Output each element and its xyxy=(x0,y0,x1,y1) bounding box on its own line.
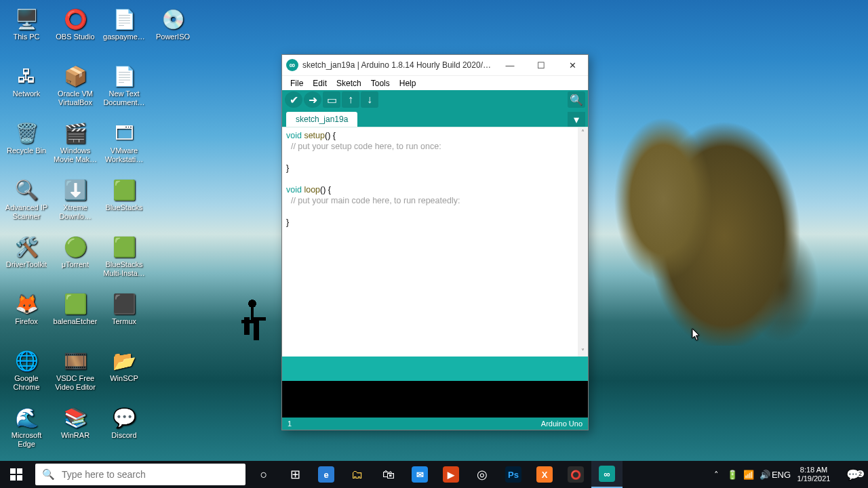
desktop-icon-moviemaker[interactable]: 🎬Windows Movie Mak… xyxy=(52,117,99,172)
ps-icon: Ps xyxy=(505,466,521,483)
verify-button[interactable]: ✔ xyxy=(285,92,302,108)
notification-badge: 2 xyxy=(856,470,864,477)
desktop-icon-gaspay[interactable]: 📄gaspayme… xyxy=(100,3,148,58)
desktop-icon-obs[interactable]: ⭕OBS Studio xyxy=(52,3,99,58)
code-editor[interactable]: void setup() { // put your setup code he… xyxy=(282,127,588,357)
taskbar-cortana[interactable]: ○ xyxy=(248,461,279,488)
taskbar-xampp[interactable]: X xyxy=(529,461,560,488)
cortana-icon: ○ xyxy=(260,468,268,482)
taskbar-edge[interactable]: e xyxy=(311,461,342,488)
desktop-icon-label: Xtreme Downlo… xyxy=(52,203,98,221)
desktop-icon-firefox[interactable]: 🦊Firefox xyxy=(3,287,50,343)
tray-icon-0[interactable]: ˄ xyxy=(708,461,724,488)
editor-scrollbar[interactable]: ˄ ˅ xyxy=(578,127,588,357)
start-button[interactable] xyxy=(0,461,33,488)
desktop-icon-label: OBS Studio xyxy=(56,33,94,41)
maximize-button[interactable]: ☐ xyxy=(526,55,557,75)
desktop-icon-discord[interactable]: 💬Discord xyxy=(100,401,148,457)
close-button[interactable]: ✕ xyxy=(557,55,588,75)
desktop-icon-vmware[interactable]: 🗔VMware Workstati… xyxy=(100,117,148,172)
desktop-icon-label: Google Chrome xyxy=(3,374,50,392)
desktop-icon-vsdc[interactable]: 🎞️VSDC Free Video Editor xyxy=(52,344,99,400)
chrome-icon: 🌐 xyxy=(13,347,40,374)
desktop-icon-chrome[interactable]: 🌐Google Chrome xyxy=(3,344,50,400)
upload-button[interactable]: ➜ xyxy=(304,92,321,108)
menu-tools[interactable]: Tools xyxy=(367,77,394,89)
scroll-up-icon[interactable]: ˄ xyxy=(578,127,588,138)
edge-icon: 🌊 xyxy=(13,404,40,431)
desktop-icon-label: Microsoft Edge xyxy=(3,431,50,449)
output-console[interactable] xyxy=(282,381,588,418)
explorer-icon: 🗂 xyxy=(351,468,363,482)
desktop-icon-winrar[interactable]: 📚WinRAR xyxy=(52,401,99,457)
taskbar-explorer[interactable]: 🗂 xyxy=(342,461,373,488)
desktop-icon-recycle[interactable]: 🗑️Recycle Bin xyxy=(3,117,50,172)
desktop-icon-label: gaspayme… xyxy=(103,33,145,41)
desktop-icon-network[interactable]: 🖧Network xyxy=(3,60,50,115)
serial-monitor-button[interactable]: 🔍 xyxy=(568,92,585,108)
desktop-icon-label: WinSCP xyxy=(110,374,138,383)
tray-icon-3[interactable]: 🔊 xyxy=(757,461,773,488)
title-bar[interactable]: ∞ sketch_jan19a | Arduino 1.8.14 Hourly … xyxy=(282,55,588,75)
taskbar-taskview[interactable]: ⊞ xyxy=(279,461,311,488)
newtext-icon: 📄 xyxy=(111,62,138,89)
winrar-icon: 📚 xyxy=(62,404,89,431)
desktop-icon-edge[interactable]: 🌊Microsoft Edge xyxy=(3,401,50,457)
desktop-icon-newtext[interactable]: 📄New Text Document… xyxy=(100,60,148,115)
obs-icon: ⭕ xyxy=(62,5,89,33)
taskbar-mail[interactable]: ✉ xyxy=(404,461,435,488)
menu-edit[interactable]: Edit xyxy=(309,77,331,89)
desktop-icon-poweriso[interactable]: 💿PowerISO xyxy=(149,3,197,58)
tray-icon-1[interactable]: 🔋 xyxy=(724,461,741,488)
desktop-icon-balena[interactable]: 🟩balenaEtcher xyxy=(52,287,99,343)
taskbar-chrome[interactable]: ◎ xyxy=(467,461,498,488)
desktop-icon-drivertk[interactable]: 🛠️DriverToolkit xyxy=(3,230,50,286)
action-center-button[interactable]: 💬 2 xyxy=(838,468,868,481)
arduino-window[interactable]: ∞ sketch_jan19a | Arduino 1.8.14 Hourly … xyxy=(281,54,589,430)
open-button[interactable]: ↑ xyxy=(342,92,359,108)
desktop-icon-bluestacks[interactable]: 🟩BlueStacks xyxy=(100,174,148,229)
taskbar-ps[interactable]: Ps xyxy=(498,461,529,488)
sketch-tab[interactable]: sketch_jan19a xyxy=(286,112,357,127)
discord-icon: 💬 xyxy=(111,404,138,431)
taskbar-obs[interactable]: ⭕ xyxy=(560,461,591,488)
taskbar-clock[interactable]: 8:18 AM 1/19/2021 xyxy=(789,466,838,483)
desktop-icon-xtreme[interactable]: ⬇️Xtreme Downlo… xyxy=(52,174,99,229)
minimize-button[interactable]: ― xyxy=(494,55,526,75)
taskbar-video[interactable]: ▶ xyxy=(435,461,467,488)
desktop-icon-label: Discord xyxy=(111,431,136,440)
this-pc-icon: 🖥️ xyxy=(13,5,40,33)
desktop-icon-this-pc[interactable]: 🖥️This PC xyxy=(3,3,50,58)
taskbar-search[interactable]: 🔍 xyxy=(35,464,245,485)
menu-help[interactable]: Help xyxy=(395,77,420,89)
menu-sketch[interactable]: Sketch xyxy=(332,77,366,89)
utorrent-icon: 🟢 xyxy=(62,233,89,260)
save-button[interactable]: ↓ xyxy=(361,92,378,108)
search-input[interactable] xyxy=(62,469,231,480)
desktop-icon-winscp[interactable]: 📂WinSCP xyxy=(100,344,148,400)
bsm-icon: 🟩 xyxy=(111,233,138,260)
desktop-icon-bsm[interactable]: 🟩BlueStacks Multi-Insta… xyxy=(100,230,148,286)
desktop-icon-label: Termux xyxy=(112,317,136,326)
tab-menu-button[interactable]: ▾ xyxy=(568,112,585,127)
clock-time: 8:18 AM xyxy=(792,466,835,474)
new-button[interactable]: ▭ xyxy=(323,92,340,108)
desktop-icon-aipscan[interactable]: 🔍Advanced IP Scanner xyxy=(3,174,50,229)
tray-icon-4[interactable]: ENG xyxy=(773,461,789,488)
windows-logo-icon xyxy=(10,468,22,481)
menu-file[interactable]: File xyxy=(286,77,307,89)
desktop-icon-termux[interactable]: ⬛Termux xyxy=(100,287,148,343)
network-icon: 🖧 xyxy=(13,62,40,89)
taskbar-store[interactable]: 🛍 xyxy=(373,461,404,488)
desktop-icon-utorrent[interactable]: 🟢μTorrent xyxy=(52,230,99,286)
scroll-down-icon[interactable]: ˅ xyxy=(578,346,588,357)
vmware-icon: 🗔 xyxy=(111,119,138,146)
pinned-apps: ○⊞e🗂🛍✉▶◎PsX⭕∞ xyxy=(248,461,623,488)
desktop[interactable]: 🖥️This PC⭕OBS Studio📄gaspayme…💿PowerISO🖧… xyxy=(0,0,868,488)
taskbar-arduino[interactable]: ∞ xyxy=(591,461,623,488)
desktop-icon-label: BlueStacks Multi-Insta… xyxy=(101,260,147,278)
svg-rect-0 xyxy=(10,468,16,474)
tray-icon-2[interactable]: 📶 xyxy=(741,461,757,488)
termux-icon: ⬛ xyxy=(111,290,138,317)
desktop-icon-virtualbox[interactable]: 📦Oracle VM VirtualBox xyxy=(52,60,99,115)
